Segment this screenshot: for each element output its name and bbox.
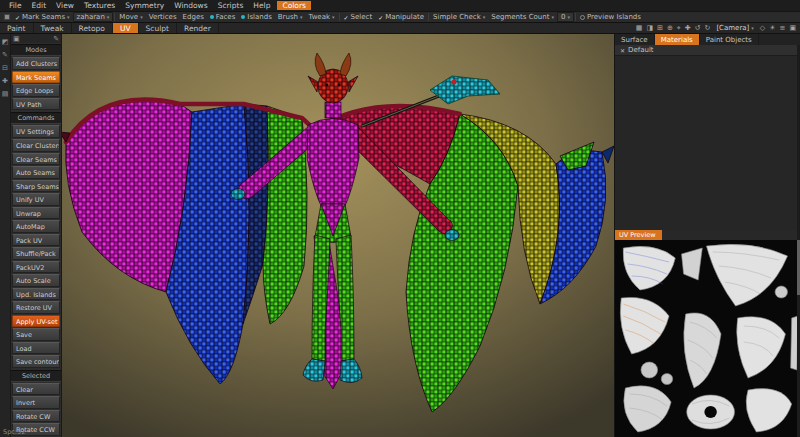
- mode-add-clusters[interactable]: Add Clusters: [12, 57, 60, 70]
- cmd-restore-uv[interactable]: Restore UV: [12, 301, 60, 314]
- toolbar-row: ✓ Mark Seams ▾ zaharan ▾ Move ▾ Vertices…: [0, 11, 800, 22]
- chevron-down-icon: ▾: [107, 14, 110, 20]
- panel-collapse-icon[interactable]: ⊟: [2, 64, 8, 72]
- transform-icon[interactable]: ✚: [685, 24, 691, 32]
- faces-mode[interactable]: Faces: [207, 13, 238, 21]
- mark-seams-toggle[interactable]: ✓ Mark Seams ▾: [12, 13, 73, 21]
- snap-icon[interactable]: ⌖: [677, 24, 681, 32]
- perspective-icon[interactable]: ◇: [760, 24, 765, 32]
- viewport-3d[interactable]: [62, 34, 614, 437]
- tweak-mode[interactable]: Tweak ▾: [306, 13, 338, 21]
- menu-textures[interactable]: Textures: [79, 1, 120, 10]
- cmd-unwrap[interactable]: Unwrap: [12, 207, 60, 220]
- cmd-pack-uv2[interactable]: PackUV2: [12, 261, 60, 274]
- menu-windows[interactable]: Windows: [169, 1, 212, 10]
- cmd-clear-clusters[interactable]: Clear Clusters: [12, 139, 60, 152]
- menu-edit[interactable]: Edit: [27, 1, 52, 10]
- selected-section-header: Selected: [11, 370, 61, 382]
- viewport-layout-icon[interactable]: ▣: [789, 24, 796, 32]
- tab-uv[interactable]: UV: [113, 23, 139, 33]
- tab-tweak[interactable]: Tweak: [34, 23, 72, 33]
- select-toggle[interactable]: ✓ Select: [341, 13, 376, 21]
- cmd-shuffle-pack[interactable]: Shuffle/Pack: [12, 247, 60, 260]
- manipulate-toggle[interactable]: ✓ Manipulate: [375, 13, 427, 21]
- light-icon[interactable]: ☀: [769, 24, 775, 32]
- mode-mark-seams[interactable]: Mark Seams: [12, 71, 60, 84]
- segments-count-label: Segments Count: [491, 13, 549, 21]
- mode-edge-loops[interactable]: Edge Loops: [12, 84, 60, 97]
- viewport-canvas[interactable]: [62, 34, 614, 437]
- segments-count-dropdown[interactable]: Segments Count ▾: [488, 13, 557, 21]
- chevron-down-icon: ▾: [567, 14, 570, 20]
- menu-help[interactable]: Help: [248, 1, 275, 10]
- cmd-pack-uv[interactable]: Pack UV: [12, 234, 60, 247]
- menu-view[interactable]: View: [51, 1, 79, 10]
- mode-uv-path[interactable]: UV Path: [12, 98, 60, 111]
- wireframe-icon[interactable]: ▦: [636, 24, 643, 32]
- preset-dropdown[interactable]: zaharan ▾: [73, 12, 114, 22]
- left-icon-strip: ◩ ✎ ⊟ ✚ ▤: [0, 34, 11, 437]
- symmetry-icon[interactable]: ⊕: [667, 24, 673, 32]
- sel-clear[interactable]: Clear: [12, 383, 60, 396]
- menu-file[interactable]: File: [4, 1, 27, 10]
- main-area: ◩ ✎ ⊟ ✚ ▤ ▣ ✎ Modes Add Clusters Mark Se…: [0, 34, 800, 437]
- left-eye: [326, 84, 329, 87]
- cmd-unify-uv[interactable]: Unify UV: [12, 193, 60, 206]
- cmd-auto-scale[interactable]: Auto Scale: [12, 274, 60, 287]
- sel-invert[interactable]: Invert: [12, 396, 60, 409]
- tab-retopo[interactable]: Retopo: [72, 23, 113, 33]
- material-default-row[interactable]: ✕ Default: [615, 45, 800, 56]
- menu-icon[interactable]: ≡: [780, 24, 786, 32]
- camera-dropdown[interactable]: [Camera] ▾: [714, 24, 755, 32]
- manipulate-label: Manipulate: [385, 13, 424, 21]
- tweak-label: Tweak: [309, 13, 331, 21]
- tab-surface[interactable]: Surface: [615, 34, 655, 45]
- cmd-uv-settings[interactable]: UV Settings: [12, 125, 60, 138]
- menu-colors[interactable]: Colors: [277, 1, 311, 10]
- islands-mode[interactable]: Islands: [238, 13, 274, 21]
- tab-materials[interactable]: Materials: [655, 34, 700, 45]
- brush-label: Brush: [278, 13, 298, 21]
- menu-symmetry[interactable]: Symmetry: [120, 1, 169, 10]
- close-icon[interactable]: ✕: [620, 47, 625, 54]
- add-tool-icon[interactable]: ✚: [2, 77, 8, 85]
- cmd-load[interactable]: Load: [12, 342, 60, 355]
- menu-scripts[interactable]: Scripts: [213, 1, 249, 10]
- cmd-automap[interactable]: AutoMap: [12, 220, 60, 233]
- shading-icon[interactable]: ◨: [646, 24, 653, 32]
- panel-icon[interactable]: ▣: [13, 35, 20, 43]
- move-mode[interactable]: Move ▾: [116, 13, 145, 21]
- vertices-mode[interactable]: Vertices: [146, 13, 180, 21]
- edit-panel-icon[interactable]: ✎: [53, 35, 59, 43]
- cmd-save-contour[interactable]: Save contour: [12, 355, 60, 368]
- rotate-left-icon[interactable]: ↺: [695, 24, 701, 32]
- cmd-auto-seams[interactable]: Auto Seams: [12, 166, 60, 179]
- cmd-clear-seams[interactable]: Clear Seams: [12, 153, 60, 166]
- select-tool-icon[interactable]: ◩: [2, 38, 9, 46]
- layers-tool-icon[interactable]: ▤: [2, 90, 9, 98]
- sel-rotate-cw[interactable]: Rotate CW: [12, 410, 60, 423]
- rotate-right-icon[interactable]: ↻: [705, 24, 711, 32]
- tab-paint-objects[interactable]: Paint Objects: [700, 34, 759, 45]
- cmd-upd-islands[interactable]: Upd. Islands: [12, 288, 60, 301]
- tab-render[interactable]: Render: [177, 23, 219, 33]
- preview-islands-toggle[interactable]: Preview Islands: [577, 13, 644, 21]
- separator: [339, 13, 340, 21]
- grid-icon[interactable]: ⊞: [657, 24, 663, 32]
- uv-preview-panel[interactable]: [615, 240, 800, 437]
- brush-mode[interactable]: Brush ▾: [275, 13, 306, 21]
- tab-sculpt[interactable]: Sculpt: [139, 23, 177, 33]
- cmd-sharp-seams[interactable]: Sharp Seams: [12, 180, 60, 193]
- right-panel: Surface Materials Paint Objects ✕ Defaul…: [614, 34, 800, 437]
- simple-check-dropdown[interactable]: Simple Check ▾: [430, 13, 488, 21]
- cmd-save[interactable]: Save: [12, 328, 60, 341]
- modes-section-header: Modes: [11, 44, 61, 56]
- check-icon: ✓: [15, 14, 20, 21]
- pencil-tool-icon[interactable]: ✎: [2, 51, 8, 59]
- edges-mode[interactable]: Edges: [180, 13, 207, 21]
- tab-paint[interactable]: Paint: [0, 23, 34, 33]
- cmd-apply-uv-set[interactable]: Apply UV-set: [12, 315, 60, 328]
- chevron-down-icon: ▾: [551, 14, 554, 20]
- uv-preview-label[interactable]: UV Preview: [615, 230, 662, 240]
- segments-value-field[interactable]: 0 ▾: [557, 12, 574, 22]
